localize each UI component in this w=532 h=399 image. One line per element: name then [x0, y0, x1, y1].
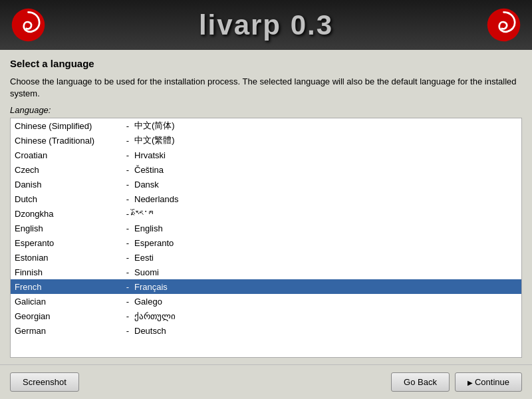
language-native-name: Deutsch	[134, 326, 517, 336]
language-dash: -	[121, 267, 134, 277]
language-list-item[interactable]: Esperanto-Esperanto	[11, 235, 521, 250]
section-title: Select a language	[10, 58, 522, 69]
language-dash: -	[121, 194, 134, 204]
language-native-name: Français	[134, 282, 517, 292]
language-dash: -	[121, 238, 134, 248]
language-name: English	[15, 223, 121, 233]
header: livarp 0.3	[0, 0, 532, 50]
language-list-item[interactable]: English-English	[11, 221, 521, 235]
language-native-name: Dansk	[134, 180, 517, 190]
language-list-container: Chinese (Simplified)-中文(简体)Chinese (Trad…	[10, 118, 522, 358]
language-list-item[interactable]: Galician-Galego	[11, 294, 521, 309]
language-list-item[interactable]: Dutch-Nederlands	[11, 192, 521, 206]
language-native-name: Čeština	[134, 165, 517, 175]
language-native-name: Hrvatski	[134, 150, 517, 160]
language-dash: -	[121, 311, 134, 321]
language-list-item[interactable]: Estonian-Eesti	[11, 250, 521, 265]
language-list-item[interactable]: Chinese (Traditional)-中文(繁體)	[11, 133, 521, 148]
language-native-name: Nederlands	[134, 194, 517, 204]
language-name: Czech	[15, 165, 121, 175]
cursor-icon	[467, 377, 475, 387]
language-native-name: ქართული	[134, 311, 517, 321]
language-dash: -	[121, 209, 134, 219]
language-name: Georgian	[15, 311, 121, 321]
language-list-item[interactable]: German-Deutsch	[11, 323, 521, 338]
language-name: Croatian	[15, 150, 121, 160]
continue-button[interactable]: Continue	[455, 372, 522, 392]
language-native-name: Eesti	[134, 253, 517, 263]
language-native-name: 中文(简体)	[134, 120, 517, 132]
language-list-item[interactable]: Danish-Dansk	[11, 177, 521, 192]
language-list-item[interactable]: Dzongkha-རྫོང་ཁ	[11, 206, 521, 221]
language-native-name: Esperanto	[134, 238, 517, 248]
language-name: Estonian	[15, 253, 121, 263]
language-list-item[interactable]: Croatian-Hrvatski	[11, 148, 521, 162]
language-name: Chinese (Simplified)	[15, 121, 121, 131]
language-name: Chinese (Traditional)	[15, 136, 121, 146]
language-native-name: English	[134, 223, 517, 233]
description-text: Choose the language to be used for the i…	[10, 76, 522, 100]
language-native-name: 中文(繁體)	[134, 134, 517, 146]
debian-logo-right	[485, 7, 522, 43]
language-native-name: Galego	[134, 297, 517, 307]
language-dash: -	[121, 326, 134, 336]
language-name: Danish	[15, 180, 121, 190]
screenshot-button[interactable]: Screenshot	[10, 372, 79, 392]
app-title: livarp 0.3	[199, 9, 333, 41]
main-content: Select a language Choose the language to…	[0, 50, 532, 364]
language-dash: -	[121, 297, 134, 307]
footer: Screenshot Go Back Continue	[0, 364, 532, 399]
language-dash: -	[121, 165, 134, 175]
language-list[interactable]: Chinese (Simplified)-中文(简体)Chinese (Trad…	[11, 118, 521, 357]
language-dash: -	[121, 253, 134, 263]
language-name: Finnish	[15, 267, 121, 277]
language-name: Dzongkha	[15, 209, 121, 219]
language-list-item[interactable]: Chinese (Simplified)-中文(简体)	[11, 118, 521, 133]
language-name: Esperanto	[15, 238, 121, 248]
language-list-item[interactable]: Czech-Čeština	[11, 162, 521, 177]
language-dash: -	[121, 136, 134, 146]
language-list-item[interactable]: French-Français	[11, 279, 521, 294]
right-buttons: Go Back Continue	[391, 372, 522, 392]
language-dash: -	[121, 223, 134, 233]
language-list-item[interactable]: Georgian-ქართული	[11, 309, 521, 323]
go-back-button[interactable]: Go Back	[391, 372, 450, 392]
language-dash: -	[121, 150, 134, 160]
language-native-name: རྫོང་ཁ	[134, 209, 517, 219]
language-name: German	[15, 326, 121, 336]
language-label: Language:	[10, 105, 522, 115]
language-name: Galician	[15, 297, 121, 307]
language-dash: -	[121, 180, 134, 190]
language-name: French	[15, 282, 121, 292]
language-native-name: Suomi	[134, 267, 517, 277]
debian-logo-left	[10, 7, 47, 43]
language-name: Dutch	[15, 194, 121, 204]
language-dash: -	[121, 121, 134, 131]
language-list-item[interactable]: Finnish-Suomi	[11, 265, 521, 279]
language-dash: -	[121, 282, 134, 292]
